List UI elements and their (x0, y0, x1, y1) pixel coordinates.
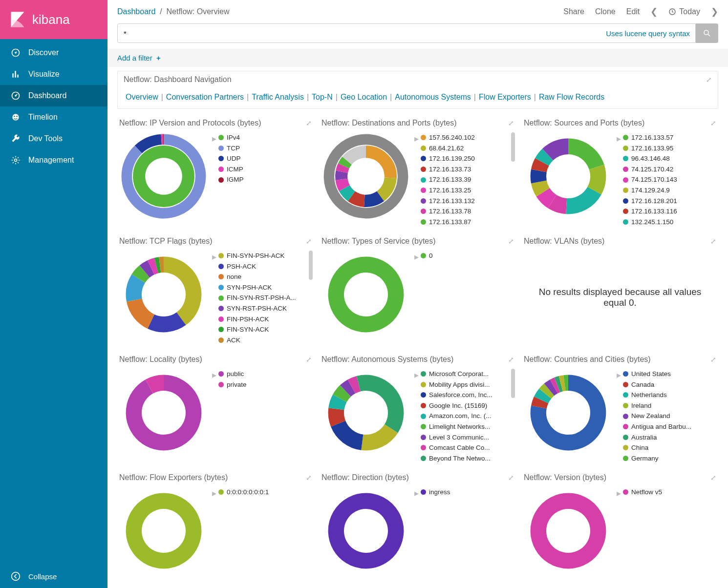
legend-item[interactable]: ICMP (218, 164, 314, 175)
legend-item[interactable]: 172.16.133.73 (421, 164, 516, 175)
legend-item[interactable]: Google Inc. (15169) (421, 400, 516, 411)
legend-item[interactable]: Limelight Networks... (421, 421, 516, 432)
donut-chart[interactable] (117, 132, 210, 228)
share-button[interactable]: Share (563, 7, 584, 16)
legend-item[interactable]: 172.16.133.116 (623, 206, 718, 217)
nav-link-top-n[interactable]: Top-N (312, 93, 333, 101)
legend-item[interactable]: Beyond The Netwo... (421, 453, 516, 464)
legend-item[interactable]: Netherlands (623, 390, 718, 400)
legend-item[interactable]: 172.16.133.39 (421, 174, 516, 185)
expand-icon[interactable]: ⤢ (710, 474, 716, 482)
sidebar-item-discover[interactable]: Discover (0, 42, 107, 63)
donut-chart[interactable] (320, 132, 412, 228)
legend-item[interactable]: 172.16.139.250 (421, 153, 516, 164)
sidebar-item-timelion[interactable]: Timelion (0, 106, 107, 128)
legend-item[interactable]: 172.16.133.95 (623, 143, 718, 154)
legend-item[interactable]: private (218, 379, 314, 390)
nav-link-overview[interactable]: Overview (126, 93, 158, 101)
legend-item[interactable]: Antigua and Barbu... (623, 421, 718, 432)
edit-button[interactable]: Edit (626, 7, 640, 16)
legend-collapse-icon[interactable]: ▸ (414, 370, 419, 464)
legend-item[interactable]: Canada (623, 379, 718, 390)
legend-item[interactable]: PSH-ACK (218, 261, 314, 272)
donut-chart[interactable] (320, 487, 412, 583)
legend-scrollbar[interactable] (309, 251, 313, 280)
legend-collapse-icon[interactable]: ▸ (617, 133, 621, 228)
time-next-icon[interactable]: ❯ (711, 6, 718, 17)
legend-item[interactable]: 157.56.240.102 (421, 132, 516, 143)
legend-item[interactable]: 0:0:0:0:0:0:0:1 (218, 487, 314, 498)
legend-item[interactable]: Level 3 Communic... (421, 432, 516, 443)
nav-link-geo-location[interactable]: Geo Location (341, 93, 387, 101)
legend-item[interactable]: ACK (218, 335, 314, 346)
legend-collapse-icon[interactable]: ▸ (617, 488, 621, 583)
donut-chart[interactable] (320, 369, 412, 464)
legend-item[interactable]: Mobility Apps divisi... (421, 379, 516, 390)
legend-item[interactable]: China (623, 442, 718, 453)
legend-item[interactable]: 172.16.133.132 (421, 196, 516, 207)
expand-icon[interactable]: ⤢ (508, 119, 514, 127)
legend-collapse-icon[interactable]: ▸ (212, 488, 216, 583)
expand-icon[interactable]: ⤢ (710, 237, 716, 245)
timepicker-button[interactable]: Today (668, 7, 700, 16)
legend-item[interactable]: IGMP (218, 174, 314, 185)
donut-chart[interactable] (522, 369, 615, 464)
sidebar-item-visualize[interactable]: Visualize (0, 63, 107, 85)
legend-item[interactable]: UDP (218, 153, 314, 164)
search-input[interactable] (117, 23, 696, 43)
legend-item[interactable]: Salesforce.com, Inc... (421, 390, 516, 400)
legend-item[interactable]: United States (623, 369, 718, 379)
legend-item[interactable]: FIN-SYN-RST-PSH-A... (218, 293, 314, 303)
legend-item[interactable]: public (218, 369, 314, 379)
legend-collapse-icon[interactable]: ▸ (212, 370, 216, 464)
legend-item[interactable]: SYN-PSH-ACK (218, 282, 314, 293)
legend-item[interactable]: 74.125.170.143 (623, 174, 718, 185)
add-filter-button[interactable]: Add a filter + (117, 54, 161, 62)
legend-item[interactable]: FIN-SYN-ACK (218, 324, 314, 335)
nav-link-raw-flow-records[interactable]: Raw Flow Records (539, 93, 604, 101)
legend-item[interactable]: Australia (623, 432, 718, 443)
expand-icon[interactable]: ⤢ (710, 119, 716, 127)
sidebar-item-management[interactable]: Management (0, 149, 107, 171)
expand-icon[interactable]: ⤢ (710, 356, 716, 363)
legend-item[interactable]: 174.129.24.9 (623, 185, 718, 196)
search-button[interactable] (696, 23, 718, 43)
sidebar-item-dev-tools[interactable]: Dev Tools (0, 128, 107, 149)
legend-collapse-icon[interactable]: ▸ (212, 133, 216, 228)
nav-link-conversation-partners[interactable]: Conversation Partners (166, 93, 244, 101)
legend-scrollbar[interactable] (511, 369, 515, 398)
expand-icon[interactable]: ⤢ (306, 474, 312, 482)
legend-item[interactable]: none (218, 272, 314, 282)
legend-item[interactable]: 132.245.1.150 (623, 217, 718, 228)
donut-chart[interactable] (117, 251, 210, 346)
legend-item[interactable]: Ireland (623, 400, 718, 411)
legend-item[interactable]: 74.125.170.42 (623, 164, 718, 175)
legend-collapse-icon[interactable]: ▸ (414, 133, 419, 228)
legend-item[interactable]: IPv4 (218, 132, 314, 143)
legend-item[interactable]: ingress (421, 487, 516, 498)
legend-item[interactable]: 172.16.133.57 (623, 132, 718, 143)
breadcrumb-root[interactable]: Dashboard (117, 7, 155, 16)
nav-link-traffic-analysis[interactable]: Traffic Analysis (252, 93, 304, 101)
legend-collapse-icon[interactable]: ▸ (414, 252, 419, 346)
expand-icon[interactable]: ⤢ (706, 76, 712, 84)
legend-item[interactable]: 172.16.133.78 (421, 206, 516, 217)
legend-item[interactable]: 68.64.21.62 (421, 143, 516, 154)
expand-icon[interactable]: ⤢ (306, 119, 312, 127)
legend-item[interactable]: Netflow v5 (623, 487, 718, 498)
expand-icon[interactable]: ⤢ (508, 356, 514, 363)
expand-icon[interactable]: ⤢ (306, 237, 312, 245)
nav-link-autonomous-systems[interactable]: Autonomous Systems (395, 93, 471, 101)
clone-button[interactable]: Clone (595, 7, 616, 16)
legend-item[interactable]: 172.16.128.201 (623, 196, 718, 207)
sidebar-item-dashboard[interactable]: Dashboard (0, 85, 107, 106)
time-prev-icon[interactable]: ❮ (650, 6, 658, 17)
collapse-button[interactable]: Collapse (0, 565, 107, 588)
legend-item[interactable]: FIN-PSH-ACK (218, 314, 314, 325)
legend-item[interactable]: 0 (421, 251, 516, 261)
expand-icon[interactable]: ⤢ (306, 356, 312, 363)
legend-collapse-icon[interactable]: ▸ (617, 370, 621, 464)
legend-item[interactable]: 172.16.133.87 (421, 217, 516, 228)
expand-icon[interactable]: ⤢ (508, 237, 514, 245)
donut-chart[interactable] (117, 487, 210, 583)
